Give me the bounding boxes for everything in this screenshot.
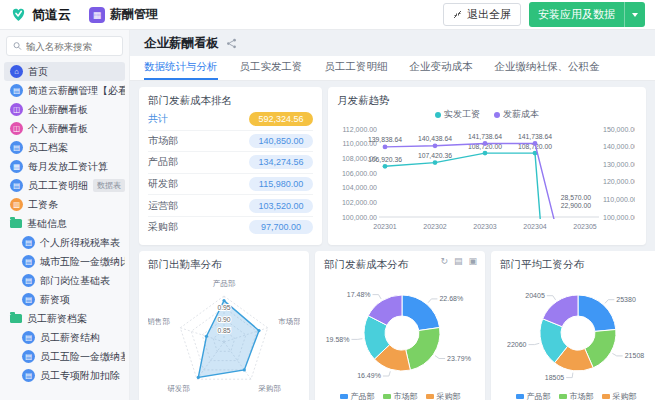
- panel-title: 月发薪趋势: [337, 94, 637, 108]
- pie-legend[interactable]: 产品部市场部采购部研发部运营部: [324, 391, 476, 400]
- form-icon: ▤: [10, 179, 23, 192]
- table-icon[interactable]: ▤: [454, 257, 463, 266]
- panel-title: 部门出勤率分布: [148, 258, 300, 272]
- svg-text:140,000.00: 140,000.00: [603, 143, 635, 150]
- sidebar-item-label: 简道云薪酬管理【必看说明】: [28, 84, 125, 98]
- pie-slice-产品部[interactable]: [402, 295, 440, 331]
- app-badge-icon: ▦: [89, 7, 105, 23]
- svg-text:23.79%: 23.79%: [447, 355, 471, 362]
- svg-text:120,000.00: 120,000.00: [603, 178, 635, 185]
- install-app-button[interactable]: 安装应用及数据: [529, 2, 645, 27]
- sidebar-item-label: 工资条: [28, 198, 58, 212]
- radar-chart[interactable]: 产品部市场部采购部研发部销售部0.950.900.85: [148, 272, 300, 400]
- sidebar-item-label: 部门岗位基础表: [40, 274, 110, 288]
- sidebar-item[interactable]: ◫个人薪酬看板: [4, 119, 125, 138]
- pie-slice-产品部[interactable]: [578, 295, 616, 331]
- svg-text:17.48%: 17.48%: [347, 291, 371, 298]
- svg-text:100,000.00: 100,000.00: [603, 214, 635, 221]
- cost-value-pill: 115,980.00: [249, 177, 313, 191]
- pie-slice-市场部[interactable]: [406, 328, 440, 371]
- svg-text:22,900.00: 22,900.00: [561, 202, 591, 209]
- tab-企业变动成本[interactable]: 企业变动成本: [410, 56, 473, 80]
- table-row: 共计592,324.56: [148, 108, 313, 130]
- dept-label: 采购部: [148, 220, 178, 234]
- svg-text:25380: 25380: [616, 296, 636, 303]
- line-chart-legend[interactable]: 实发工资发薪成本: [337, 108, 637, 121]
- search-input[interactable]: [26, 41, 116, 52]
- tab-数据统计与分析[interactable]: 数据统计与分析: [144, 56, 218, 80]
- legend-item[interactable]: 市场部: [383, 391, 418, 400]
- legend-item[interactable]: 采购部: [602, 391, 637, 400]
- sidebar-item[interactable]: ▤员工专项附加扣除: [4, 366, 125, 385]
- chevron-down-icon[interactable]: [624, 2, 645, 27]
- sidebar-item[interactable]: ▤简道云薪酬管理【必看说明】: [4, 81, 125, 100]
- legend-item[interactable]: 发薪成本: [494, 108, 539, 121]
- cost-value-pill: 103,520.00: [249, 199, 313, 213]
- app-badge[interactable]: ▦ 薪酬管理: [89, 6, 158, 23]
- svg-text:0.90: 0.90: [217, 316, 230, 323]
- sidebar-search[interactable]: [6, 36, 123, 56]
- line-chart[interactable]: 112,000.00110,000.00108,000.00106,000.00…: [337, 121, 635, 239]
- main-area: 企业薪酬看板 数据统计与分析员工实发工资员工工资明细企业变动成本企业缴纳社保、公…: [130, 30, 655, 400]
- legend-item[interactable]: 产品部: [516, 391, 551, 400]
- sidebar-item-label: 员工工资明细: [28, 179, 88, 193]
- pie-legend[interactable]: 产品部市场部采购部研发部运营部: [500, 391, 652, 400]
- sidebar-item[interactable]: ▤员工档案: [4, 138, 125, 157]
- refresh-icon[interactable]: ↻: [440, 257, 448, 266]
- sidebar-item-label: 员工薪资结构: [40, 331, 100, 345]
- svg-text:140,438.64: 140,438.64: [418, 135, 452, 142]
- sidebar-item[interactable]: ⌂首页: [4, 62, 125, 81]
- sidebar-item[interactable]: ◫企业薪酬看板: [4, 100, 125, 119]
- search-icon: [13, 41, 22, 51]
- doc-icon: ▤: [10, 84, 23, 97]
- sidebar-item[interactable]: ▤薪资项: [4, 290, 125, 309]
- sidebar-item[interactable]: ▥工资条: [4, 195, 125, 214]
- svg-text:22.68%: 22.68%: [439, 295, 463, 302]
- form-icon: ▤: [22, 236, 35, 249]
- svg-text:130,000.00: 130,000.00: [603, 161, 635, 168]
- sidebar-item[interactable]: ▤员工工资明细数据表: [4, 176, 125, 195]
- svg-text:采购部: 采购部: [258, 384, 281, 393]
- sidebar-item[interactable]: ▦每月发放工资计算: [4, 157, 125, 176]
- form-icon: ▤: [22, 331, 35, 344]
- sidebar-item[interactable]: ▤员工薪资结构: [4, 328, 125, 347]
- svg-text:104,000.00: 104,000.00: [342, 184, 377, 191]
- tab-企业缴纳社保、公积金[interactable]: 企业缴纳社保、公积金: [495, 56, 600, 80]
- pie-chart-average[interactable]: 2538021508185052206020405: [500, 272, 652, 390]
- pie-chart-cost[interactable]: 22.68%23.79%16.49%19.58%17.48%: [324, 272, 476, 390]
- svg-text:100,000.00: 100,000.00: [342, 214, 377, 221]
- top-bar: 简道云 ▦ 薪酬管理 退出全屏 安装应用及数据: [0, 0, 655, 30]
- legend-item[interactable]: 采购部: [426, 391, 461, 400]
- sidebar-item-label: 员工薪资档案: [27, 312, 87, 326]
- legend-item[interactable]: 市场部: [559, 391, 594, 400]
- sidebar-item-label: 员工五险一金缴纳基数: [40, 350, 125, 364]
- svg-text:28,570.00: 28,570.00: [561, 194, 591, 201]
- table-row: 研发部115,980.00: [148, 173, 313, 195]
- sidebar-item-label: 个人所得税税率表: [40, 236, 120, 250]
- sidebar-item[interactable]: ▤部门岗位基础表: [4, 271, 125, 290]
- tab-员工实发工资[interactable]: 员工实发工资: [240, 56, 303, 80]
- table-row: 采购部97,700.00: [148, 216, 313, 238]
- page-title: 企业薪酬看板: [144, 35, 219, 52]
- svg-text:202302: 202302: [423, 223, 446, 230]
- dept-label: 运营部: [148, 199, 178, 213]
- sidebar-item[interactable]: ▤个人所得税税率表: [4, 233, 125, 252]
- legend-item[interactable]: 产品部: [340, 391, 375, 400]
- app-logo[interactable]: 简道云: [10, 6, 71, 24]
- sidebar-group[interactable]: 基础信息: [4, 214, 125, 233]
- board-icon: ◫: [10, 122, 23, 135]
- sidebar-group[interactable]: 员工薪资档案: [4, 309, 125, 328]
- sidebar-item[interactable]: ▤城市五险一金缴纳比例: [4, 252, 125, 271]
- table-row: 运营部103,520.00: [148, 194, 313, 216]
- panel-title: 部门平均工资分布: [500, 258, 652, 272]
- dept-label: 市场部: [148, 134, 178, 148]
- sidebar-item[interactable]: ▤员工五险一金缴纳基数: [4, 347, 125, 366]
- table-row: 产品部134,274.56: [148, 151, 313, 173]
- exit-fullscreen-button[interactable]: 退出全屏: [443, 3, 521, 26]
- fullscreen-icon[interactable]: ▣: [468, 257, 477, 266]
- legend-item[interactable]: 实发工资: [435, 108, 480, 121]
- panel-attendance-radar: 部门出勤率分布 产品部市场部采购部研发部销售部0.950.900.85: [139, 251, 309, 400]
- tab-员工工资明细[interactable]: 员工工资明细: [325, 56, 388, 80]
- share-icon[interactable]: [226, 38, 237, 49]
- svg-text:产品部: 产品部: [213, 279, 236, 288]
